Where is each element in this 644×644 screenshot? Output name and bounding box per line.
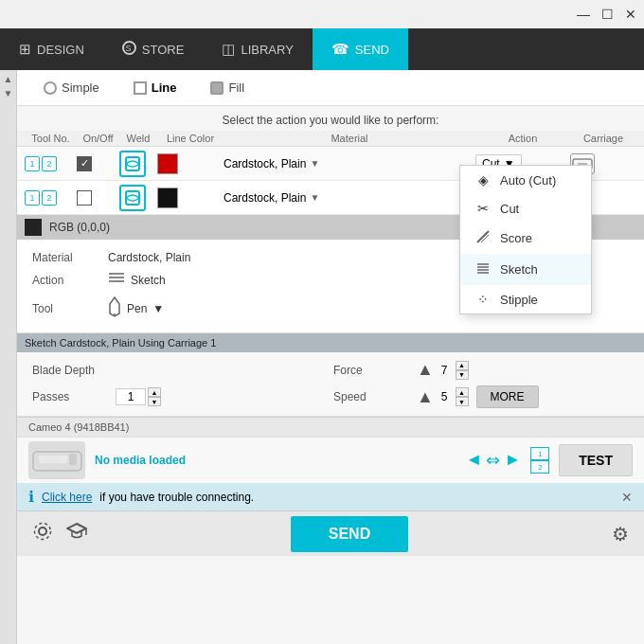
tool-dropdown-arrow[interactable]: ▼ xyxy=(152,302,164,315)
passes-up-button[interactable] xyxy=(148,387,161,397)
speed-value: 5 xyxy=(441,390,448,403)
dropdown-item-auto-cut[interactable]: ◈ Auto (Cut) xyxy=(460,166,591,194)
action-prompt: Select the action you would like to perf… xyxy=(17,106,644,131)
force-value: 7 xyxy=(441,364,448,377)
line-icon xyxy=(134,81,147,95)
cut-icon: ✂ xyxy=(474,201,492,216)
passes-down-button[interactable] xyxy=(148,397,161,406)
action-value: Sketch xyxy=(108,272,166,289)
tab-design[interactable]: ⊞ DESIGN xyxy=(0,28,103,70)
action-dropdown-menu: ◈ Auto (Cut) ✂ Cut Score xyxy=(459,165,592,314)
graduate-icon[interactable] xyxy=(66,521,87,546)
row1-color-swatch[interactable] xyxy=(157,153,178,174)
settings-bottom-icon[interactable] xyxy=(32,521,53,546)
force-up-button[interactable] xyxy=(456,361,469,370)
row1-checkbox[interactable] xyxy=(77,156,92,171)
col-on-off: On/Off xyxy=(77,133,119,144)
dropdown-item-score[interactable]: Score xyxy=(460,223,591,254)
scroll-down-icon[interactable]: ▼ xyxy=(4,88,13,98)
left-arrow-icon[interactable]: ◄ xyxy=(466,450,483,471)
library-icon: ◫ xyxy=(222,41,235,58)
svg-marker-21 xyxy=(67,524,86,533)
blade-depth-row: Blade Depth xyxy=(32,360,328,380)
dropdown-item-cut[interactable]: ✂ Cut xyxy=(460,194,591,223)
table-area: Tool No. On/Off Weld Line Color Material… xyxy=(17,131,644,215)
tool-value[interactable]: Pen ▼ xyxy=(108,296,164,321)
send-button[interactable]: SEND xyxy=(291,516,408,552)
cut-label: Cut xyxy=(500,202,519,216)
sketch-icon xyxy=(474,260,492,278)
tab-send[interactable]: ☎ SEND xyxy=(313,28,408,70)
machine-status-text: No media loaded xyxy=(95,454,456,467)
col-tool-no: Tool No. xyxy=(25,133,77,144)
close-button[interactable]: ✕ xyxy=(625,7,636,22)
tab-store[interactable]: S STORE xyxy=(103,28,204,70)
col-action: Action xyxy=(475,133,570,144)
tool-badge-1: 1 2 xyxy=(25,156,77,171)
title-bar: — ☐ ✕ xyxy=(0,0,644,28)
speed-label: Speed xyxy=(333,390,409,403)
scroll-up-icon[interactable]: ▲ xyxy=(4,74,13,84)
rgb-label: RGB (0,0,0) xyxy=(49,221,110,234)
store-icon: S xyxy=(122,41,136,58)
info-close-icon[interactable]: ✕ xyxy=(621,490,633,505)
tab-design-label: DESIGN xyxy=(37,43,84,57)
blade-depth-label: Blade Depth xyxy=(32,364,108,377)
row1-weld-icon[interactable] xyxy=(119,151,146,177)
gear-icon[interactable]: ⚙ xyxy=(612,523,629,546)
svg-rect-17 xyxy=(39,456,67,463)
sub-tab-simple[interactable]: Simple xyxy=(27,75,116,100)
passes-row: Passes xyxy=(32,385,328,408)
row2-material[interactable]: Cardstock, Plain ▼ xyxy=(224,191,475,205)
auto-cut-icon: ◈ xyxy=(474,172,492,188)
swap-icon[interactable]: ⇔ xyxy=(486,450,500,471)
sketch-info-text: Sketch Cardstock, Plain Using Carriage 1 xyxy=(25,337,216,349)
row2-checkbox[interactable] xyxy=(77,190,92,206)
minimize-button[interactable]: — xyxy=(577,7,590,22)
nav-arrows: ◄ ⇔ ► xyxy=(466,450,522,471)
sub-tab-fill[interactable]: Fill xyxy=(193,75,261,100)
right-arrow-icon[interactable]: ► xyxy=(504,450,521,471)
more-button[interactable]: MORE xyxy=(476,385,539,408)
app-window: — ☐ ✕ ⊞ DESIGN S STORE ◫ LIBRARY ☎ SEND … xyxy=(0,0,644,644)
carriage-badge-1: 1 xyxy=(530,447,549,460)
material-value: Cardstock, Plain xyxy=(108,251,190,264)
tab-library[interactable]: ◫ LIBRARY xyxy=(203,28,312,70)
badge-2b: 2 xyxy=(42,190,57,206)
row2-material-label: Cardstock, Plain xyxy=(224,191,306,205)
machine-panel: No media loaded ◄ ⇔ ► 1 2 TEST xyxy=(17,437,644,483)
simple-radio[interactable] xyxy=(44,81,57,95)
info-link[interactable]: Click here xyxy=(42,491,92,504)
tool-label: Tool xyxy=(32,302,98,315)
speed-up-button[interactable] xyxy=(456,387,469,397)
tab-library-label: LIBRARY xyxy=(241,43,293,57)
tab-store-label: STORE xyxy=(142,43,185,57)
carriage-badges: 1 2 xyxy=(530,447,549,474)
passes-input[interactable] xyxy=(116,387,161,406)
row1-material[interactable]: Cardstock, Plain ▼ xyxy=(224,157,475,170)
speed-down-button[interactable] xyxy=(456,397,469,406)
passes-field[interactable] xyxy=(116,388,146,405)
test-button[interactable]: TEST xyxy=(559,444,633,476)
tool-text: Pen xyxy=(127,302,147,315)
pen-icon xyxy=(108,296,121,321)
maximize-button[interactable]: ☐ xyxy=(601,7,614,22)
tab-bar: ⊞ DESIGN S STORE ◫ LIBRARY ☎ SEND xyxy=(0,28,644,70)
dropdown-item-stipple[interactable]: ⁘ Stipple xyxy=(460,285,591,313)
score-icon xyxy=(474,229,492,247)
force-down-button[interactable] xyxy=(456,370,469,380)
dropdown-item-sketch[interactable]: Sketch xyxy=(460,254,591,285)
row2-material-arrow: ▼ xyxy=(310,192,319,203)
sketch-info-bar: Sketch Cardstock, Plain Using Carriage 1 xyxy=(17,333,644,352)
force-spinners xyxy=(456,361,469,380)
line-label: Line xyxy=(152,80,177,95)
badge-1: 1 xyxy=(25,156,40,171)
bottom-bar: SEND ⚙ xyxy=(17,510,644,556)
info-message-bar: ℹ Click here if you have trouble connect… xyxy=(17,483,644,510)
svg-rect-5 xyxy=(126,191,139,205)
tool-badge-2: 1 2 xyxy=(25,190,77,206)
row2-color-swatch[interactable] xyxy=(157,188,178,208)
sub-tab-line[interactable]: Line xyxy=(116,75,194,100)
sketch-label: Sketch xyxy=(500,262,538,277)
row2-weld-icon[interactable] xyxy=(119,185,146,211)
